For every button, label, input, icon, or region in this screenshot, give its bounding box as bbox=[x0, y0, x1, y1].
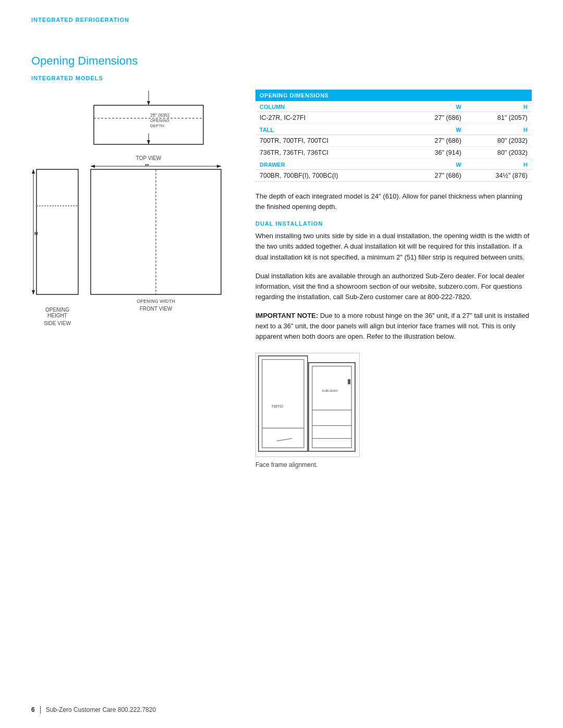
page-footer: 6 Sub-Zero Customer Care 800.222.7820 bbox=[31, 706, 532, 713]
table-row: IC-27R, IC-27FI 27" (686) 81" (2057) bbox=[255, 112, 532, 124]
side-view-container: H OPENING HEIGHT SIDE VIEW bbox=[31, 164, 83, 326]
svg-rect-22 bbox=[259, 355, 308, 451]
column-h-header: H bbox=[466, 101, 532, 112]
drawer-w: 27" (686) bbox=[399, 170, 466, 182]
column-w-header: W bbox=[399, 101, 466, 112]
dual-install-label: DUAL INSTALLATION bbox=[255, 220, 532, 227]
tall-model-1: 700TR, 700TFI, 700TCI bbox=[255, 135, 399, 147]
top-view-container: 25" (635) OPENING DEPTH bbox=[63, 90, 235, 152]
tall-h-1: 80" (2032) bbox=[466, 135, 532, 147]
table-row: 700BR, 700BF(I), 700BC(I) 27" (686) 34½"… bbox=[255, 170, 532, 182]
opening-dimensions-table: OPENING DIMENSIONS COLUMN W H IC-27R, IC… bbox=[255, 90, 532, 182]
svg-marker-13 bbox=[32, 290, 35, 294]
svg-rect-28 bbox=[312, 366, 351, 447]
column-sub-header: COLUMN W H bbox=[255, 101, 532, 112]
svg-text:W: W bbox=[145, 164, 150, 167]
svg-rect-27 bbox=[309, 362, 355, 451]
side-view-bottom-label: SIDE VIEW bbox=[44, 320, 71, 326]
dual-text-2: Dual installation kits are available thr… bbox=[255, 271, 532, 302]
footer-text: Sub-Zero Customer Care 800.222.7820 bbox=[46, 706, 156, 713]
col-w-value: 27" (686) bbox=[399, 112, 466, 124]
side-view-label: OPENING HEIGHT bbox=[45, 307, 69, 318]
body-text: The depth of each integrated model is 24… bbox=[255, 191, 532, 212]
footer-divider bbox=[40, 706, 41, 713]
svg-rect-23 bbox=[262, 359, 304, 447]
bottom-diagrams: H OPENING HEIGHT SIDE VIEW bbox=[31, 164, 235, 326]
page-title: Opening Dimensions bbox=[31, 54, 532, 68]
header-label: INTEGRATED REFRIGERATION bbox=[31, 17, 532, 23]
drawer-h: 34½" (876) bbox=[466, 170, 532, 182]
table-row: 736TR, 736TFI, 736TCI 36" (914) 80" (203… bbox=[255, 147, 532, 159]
front-view-container: W OPENING WIDTH FRONT VIEW bbox=[85, 164, 226, 326]
tall-label: TALL bbox=[255, 124, 399, 135]
top-view-diagram: 25" (635) OPENING DEPTH bbox=[89, 90, 209, 152]
tall-w-2: 36" (914) bbox=[399, 147, 466, 159]
svg-marker-3 bbox=[147, 101, 150, 105]
col-h-value: 81" (2057) bbox=[466, 112, 532, 124]
diagram-area: 25" (635) OPENING DEPTH TOP VIEW bbox=[31, 90, 235, 326]
svg-text:H: H bbox=[34, 231, 38, 236]
integrated-models-label: INTEGRATED MODELS bbox=[31, 75, 532, 81]
front-view-diagram: W OPENING WIDTH bbox=[85, 164, 226, 305]
svg-rect-30 bbox=[348, 379, 350, 384]
table-header-cell: OPENING DIMENSIONS bbox=[255, 90, 532, 101]
tall-model-2: 736TR, 736TFI, 736TCI bbox=[255, 147, 399, 159]
drawer-model: 700BR, 700BF(I), 700BC(I) bbox=[255, 170, 399, 182]
svg-text:OPENING: OPENING bbox=[150, 118, 169, 123]
tall-w-header: W bbox=[399, 124, 466, 135]
footer-page-number: 6 bbox=[31, 706, 35, 713]
side-view-diagram: H bbox=[31, 164, 83, 305]
drawer-h-header: H bbox=[466, 159, 532, 170]
svg-marker-18 bbox=[91, 165, 95, 168]
drawer-w-header: W bbox=[399, 159, 466, 170]
front-view-bottom-label: FRONT VIEW bbox=[140, 306, 173, 312]
svg-marker-19 bbox=[217, 165, 221, 168]
face-frame-area: 736TCI SUB-ZERO bbox=[255, 353, 532, 468]
top-view-label: TOP VIEW bbox=[63, 155, 235, 161]
svg-marker-5 bbox=[147, 140, 150, 144]
svg-line-26 bbox=[277, 438, 292, 441]
svg-text:SUB-ZERO: SUB-ZERO bbox=[322, 389, 338, 392]
face-frame-caption: Face frame alignment. bbox=[255, 461, 317, 468]
main-content: 25" (635) OPENING DEPTH TOP VIEW bbox=[31, 90, 532, 468]
tall-sub-header: TALL W H bbox=[255, 124, 532, 135]
table-row: 700TR, 700TFI, 700TCI 27" (686) 80" (203… bbox=[255, 135, 532, 147]
table-header-row: OPENING DIMENSIONS bbox=[255, 90, 532, 101]
important-note: IMPORTANT NOTE: Due to a more robust hin… bbox=[255, 311, 532, 342]
svg-text:DEPTH: DEPTH bbox=[150, 124, 164, 128]
column-label: COLUMN bbox=[255, 101, 399, 112]
important-note-label: IMPORTANT NOTE: bbox=[255, 312, 318, 319]
right-col: OPENING DIMENSIONS COLUMN W H IC-27R, IC… bbox=[255, 90, 532, 468]
svg-marker-12 bbox=[32, 169, 35, 174]
face-frame-diagram: 736TCI SUB-ZERO bbox=[255, 353, 360, 457]
svg-text:OPENING WIDTH: OPENING WIDTH bbox=[137, 299, 175, 304]
svg-text:736TCI: 736TCI bbox=[272, 404, 284, 408]
dual-text-1: When installing two units side by side i… bbox=[255, 231, 532, 262]
drawer-sub-header: DRAWER W H bbox=[255, 159, 532, 170]
page: INTEGRATED REFRIGERATION Opening Dimensi… bbox=[0, 0, 563, 728]
tall-w-1: 27" (686) bbox=[399, 135, 466, 147]
col-model: IC-27R, IC-27FI bbox=[255, 112, 399, 124]
svg-text:25" (635): 25" (635) bbox=[150, 113, 169, 118]
tall-h-header: H bbox=[466, 124, 532, 135]
drawer-label: DRAWER bbox=[255, 159, 399, 170]
tall-h-2: 80" (2032) bbox=[466, 147, 532, 159]
svg-rect-9 bbox=[36, 169, 78, 294]
